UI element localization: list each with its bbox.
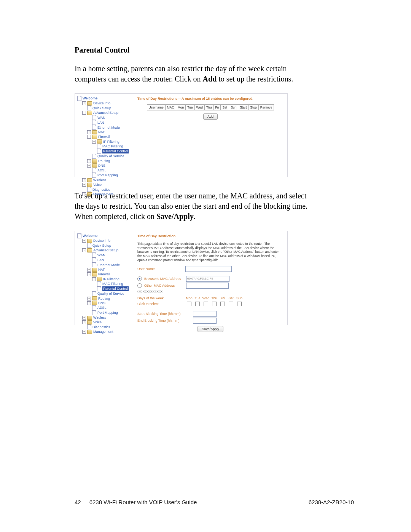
add-button[interactable]: Add [203, 113, 218, 120]
doc-icon [92, 252, 96, 257]
folder-icon [92, 159, 97, 163]
nav-qos[interactable]: Quality of Service [97, 154, 124, 158]
chk-sat[interactable] [229, 302, 233, 306]
nav-voice[interactable]: Voice [93, 320, 102, 324]
browser-mac-input[interactable]: 00:07:40:FD:1C:F9 [186, 276, 229, 282]
nav-adsl[interactable]: ADSL [97, 305, 107, 310]
start-time-input[interactable] [193, 311, 217, 317]
nav-qos[interactable]: Quality of Service [97, 291, 124, 296]
nav-welcome[interactable]: Welcome [83, 233, 97, 238]
panel-title: Time of Day Restrictions -- A maximum of… [137, 97, 284, 101]
expand-icon[interactable]: + [82, 330, 86, 334]
nav-quick-setup[interactable]: Quick Setup [92, 243, 111, 248]
nav-dns[interactable]: DNS [98, 163, 105, 168]
chk-sun[interactable] [237, 302, 242, 306]
expand-icon[interactable]: + [87, 297, 91, 300]
nav-device-info[interactable]: Device Info [93, 238, 110, 243]
save-apply-button[interactable]: Save/Apply [198, 326, 223, 332]
nav-nat[interactable]: NAT [98, 267, 105, 272]
nav-routing[interactable]: Routing [98, 296, 110, 301]
collapse-icon[interactable]: - [82, 111, 86, 115]
nav-firewall[interactable]: Firewall [98, 272, 110, 276]
nav-advanced-setup[interactable]: Advanced Setup [93, 110, 118, 115]
expand-icon[interactable]: + [87, 164, 91, 168]
collapse-icon[interactable]: - [82, 248, 86, 252]
folder-icon [87, 239, 92, 243]
nav-ip-filtering[interactable]: IP Filtering [103, 139, 119, 144]
chk-wed[interactable] [204, 302, 208, 306]
doc-icon [97, 144, 101, 149]
folder-icon [87, 316, 92, 320]
expand-icon[interactable]: + [82, 101, 86, 105]
nav-routing[interactable]: Routing [98, 159, 110, 163]
expand-icon[interactable]: + [87, 130, 91, 134]
chk-fri[interactable] [220, 302, 225, 306]
day-mon: Mon [185, 296, 193, 300]
nav-diagnostics[interactable]: Diagnostics [92, 325, 110, 329]
nav-adsl[interactable]: ADSL [97, 168, 107, 173]
nav-welcome[interactable]: Welcome [83, 96, 97, 101]
doc-icon [87, 324, 91, 329]
days-checkboxes [185, 302, 243, 307]
nav-parental-control[interactable]: Parental Control [102, 149, 129, 153]
page-number: 42 [75, 499, 81, 505]
nav-wireless[interactable]: Wireless [93, 178, 107, 182]
p1-bold: Add [203, 75, 217, 83]
folder-icon [92, 301, 97, 305]
folder-open-icon [92, 135, 97, 139]
nav-firewall[interactable]: Firewall [98, 134, 110, 139]
expand-icon[interactable]: + [92, 140, 96, 144]
expand-icon[interactable]: + [87, 159, 91, 163]
nav-port-mapping[interactable]: Port Mapping [97, 310, 118, 315]
nav-parental-control[interactable]: Parental Control [102, 286, 129, 291]
nav-nat[interactable]: NAT [98, 130, 105, 134]
doc-icon [92, 154, 96, 159]
nav-wireless[interactable]: Wireless [93, 315, 107, 320]
nav-ethernet-mode[interactable]: Ethernet Mode [97, 125, 120, 130]
expand-icon[interactable]: + [82, 320, 86, 324]
other-mac-radio[interactable] [137, 283, 142, 288]
welcome-icon [77, 96, 81, 101]
chk-tue[interactable] [195, 302, 200, 306]
collapse-icon[interactable]: - [87, 272, 91, 276]
nav-wan[interactable]: WAN [97, 115, 105, 120]
other-mac-input[interactable] [186, 283, 229, 289]
th-thu: Thu [204, 105, 213, 110]
expand-icon[interactable]: + [87, 268, 91, 272]
days-header: Mon Tue Wed Thu Fri Sat Sun [185, 296, 243, 300]
nav-quick-setup[interactable]: Quick Setup [92, 106, 111, 110]
folder-open-icon [92, 272, 97, 276]
nav-voice[interactable]: Voice [93, 182, 102, 187]
nav-lan[interactable]: LAN [97, 120, 104, 125]
folder-icon [87, 320, 92, 324]
nav-lan[interactable]: LAN [97, 258, 104, 262]
doc-icon [92, 115, 96, 120]
end-time-input[interactable] [193, 318, 217, 324]
collapse-icon[interactable]: - [87, 135, 91, 139]
username-input[interactable] [185, 266, 232, 272]
panel-description: This page adds a time of day restriction… [137, 242, 284, 262]
nav-advanced-setup[interactable]: Advanced Setup [93, 248, 118, 252]
p1-b: to set up the restrictions. [217, 75, 293, 83]
nav-ethernet-mode[interactable]: Ethernet Mode [97, 263, 120, 267]
nav-management[interactable]: Management [93, 329, 113, 334]
doc-icon [92, 168, 96, 173]
doc-icon [92, 173, 96, 178]
expand-icon[interactable]: + [82, 239, 86, 243]
chk-thu[interactable] [212, 302, 217, 306]
expand-icon[interactable]: + [82, 183, 86, 187]
nav-device-info[interactable]: Device Info [93, 101, 110, 105]
expand-icon[interactable]: + [92, 277, 96, 281]
nav-port-mapping[interactable]: Port Mapping [97, 173, 118, 177]
nav-wan[interactable]: WAN [97, 253, 105, 257]
nav-mac-filtering[interactable]: MAC Filtering [102, 281, 123, 286]
chk-mon[interactable] [187, 302, 191, 306]
doc-icon [92, 305, 96, 310]
expand-icon[interactable]: + [87, 301, 91, 305]
browser-mac-radio[interactable] [137, 276, 142, 281]
nav-ip-filtering[interactable]: IP Filtering [103, 277, 119, 281]
nav-dns[interactable]: DNS [98, 301, 105, 305]
expand-icon[interactable]: + [82, 316, 86, 320]
expand-icon[interactable]: + [82, 178, 86, 182]
nav-mac-filtering[interactable]: MAC Filtering [102, 144, 123, 149]
